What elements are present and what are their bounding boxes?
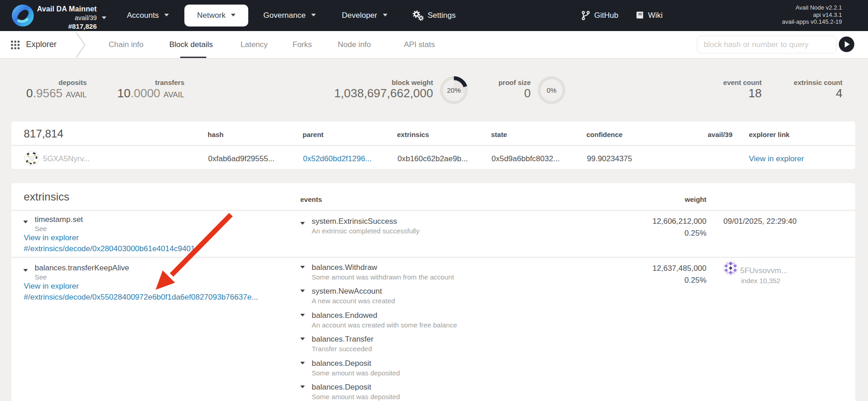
- chevron-down-icon: [164, 14, 169, 16]
- signer-identicon[interactable]: [723, 261, 738, 277]
- block-author-address[interactable]: 5GXA5Nyrv...: [43, 154, 90, 164]
- block-weight-donut: 20%: [440, 76, 468, 104]
- stat-proof-size: proof size 0: [498, 79, 531, 99]
- tab-forks[interactable]: Forks: [293, 40, 312, 49]
- topbar: Avail DA Mainnet avail/39 #817,826 Accou…: [0, 0, 868, 31]
- column-header-weight: weight: [615, 195, 706, 203]
- block-summary-card: 817,814 hash parent extrinsics state con…: [11, 121, 855, 169]
- extrinsic-see[interactable]: See: [35, 225, 47, 232]
- tab-block-details[interactable]: Block details: [169, 40, 213, 49]
- confidence-value: 99.90234375: [587, 154, 632, 164]
- event-name: system.ExtrinsicSuccess: [312, 217, 397, 226]
- tab-latency[interactable]: Latency: [241, 40, 268, 49]
- expand-extrinsic-caret[interactable]: [23, 221, 28, 223]
- book-icon: [636, 11, 644, 21]
- event-item: system.NewAccount A new account was crea…: [300, 286, 457, 310]
- column-header-state: state: [491, 131, 507, 138]
- avail-logo[interactable]: [11, 4, 34, 27]
- column-header-extrinsics: extrinsics: [397, 131, 429, 138]
- expand-event-caret[interactable]: [300, 290, 305, 292]
- event-name: balances.Transfer: [312, 334, 457, 344]
- expand-event-caret[interactable]: [300, 314, 305, 317]
- event-name: balances.Endowed: [312, 311, 457, 320]
- api-version: api v14.3.1: [782, 11, 842, 19]
- chain-selector[interactable]: Avail DA Mainnet avail/39 #817,826: [32, 5, 97, 30]
- view-in-explorer-link[interactable]: View in explorer: [24, 233, 79, 243]
- parent-hash-link[interactable]: 0x52d60bd2f1296...: [303, 154, 371, 164]
- play-icon: [845, 41, 850, 47]
- expand-event-caret[interactable]: [300, 338, 305, 340]
- event-item: balances.Deposit Some amount was deposit…: [300, 382, 457, 401]
- stat-transfers: transfers 10.0000 AVAIL: [117, 79, 184, 101]
- extrinsic-decode-link[interactable]: #/extrinsics/decode/0x55028400972e6b0f1d…: [24, 293, 258, 302]
- block-hash: 0xfab6ad9f29555...: [208, 154, 275, 164]
- expand-event-caret[interactable]: [300, 266, 305, 269]
- chevron-down-icon: [383, 14, 387, 16]
- event-description: Transfer succeeded: [312, 344, 457, 353]
- block-search-input[interactable]: [697, 36, 837, 53]
- tab-chain-info[interactable]: Chain info: [109, 40, 144, 49]
- expand-event-caret[interactable]: [300, 385, 305, 388]
- search-submit-button[interactable]: [839, 37, 854, 52]
- column-header-avail: avail/39: [678, 131, 732, 138]
- event-name: system.NewAccount: [312, 286, 457, 296]
- nav-developer[interactable]: Developer: [342, 0, 387, 31]
- tab-api-stats[interactable]: API stats: [404, 40, 435, 49]
- block-number-title: 817,814: [24, 127, 63, 140]
- event-name: balances.Deposit: [312, 382, 457, 392]
- event-name: balances.Withdraw: [312, 263, 457, 272]
- stat-extrinsic-count: extrinsic count 4: [794, 79, 842, 99]
- avail-logo-icon: [11, 4, 34, 27]
- stat-block-weight: block weight 1,038,697,662,000: [334, 79, 433, 99]
- expand-event-caret[interactable]: [300, 222, 305, 225]
- nav-network[interactable]: Network: [184, 5, 248, 26]
- event-name: balances.Deposit: [312, 359, 457, 368]
- expand-extrinsic-caret[interactable]: [23, 269, 28, 272]
- extrinsic-method: timestamp.set: [35, 215, 83, 224]
- event-description: Some amount was deposited: [312, 369, 457, 377]
- github-link[interactable]: GitHub: [581, 0, 618, 31]
- extrinsic-weight: 12,606,212,000 0.25%: [615, 216, 706, 239]
- column-header-events: events: [300, 195, 322, 203]
- divider: [11, 145, 855, 146]
- git-branch-icon: [581, 11, 590, 21]
- chain-name: Avail DA Mainnet: [32, 5, 97, 13]
- section-title: Explorer: [26, 40, 57, 49]
- extrinsic-method: balances.transferKeepAlive: [35, 264, 129, 273]
- extrinsic-decode-link[interactable]: #/extrinsics/decode/0x280403000b61e4014c…: [24, 244, 195, 253]
- nav-accounts[interactable]: Accounts: [127, 0, 169, 31]
- event-item: balances.Endowed An account was created …: [300, 311, 457, 334]
- event-description: Some amount was deposited: [312, 392, 457, 401]
- view-in-explorer-link[interactable]: View in explorer: [749, 154, 804, 164]
- signer-address[interactable]: 5FUvsovvm...: [740, 266, 788, 275]
- stat-event-count: event count 18: [723, 79, 762, 99]
- block-author-identicon[interactable]: [24, 151, 39, 168]
- apps-grid-icon[interactable]: [11, 41, 20, 51]
- event-description: An extrinsic completed successfully: [312, 227, 419, 235]
- active-tab-underline: [180, 57, 206, 58]
- apps-version: avail-apps v0.145.2-19: [782, 18, 842, 26]
- expand-event-caret[interactable]: [300, 362, 305, 364]
- wiki-link[interactable]: Wiki: [636, 0, 663, 31]
- extrinsic-weight: 12,637,485,000 0.25%: [615, 263, 706, 286]
- chevron-down-icon: [311, 14, 316, 16]
- extrinsic-see[interactable]: See: [35, 273, 47, 281]
- divider: [11, 257, 855, 258]
- event-description: Some amount was withdrawn from the accou…: [312, 273, 457, 281]
- column-header-parent: parent: [303, 131, 324, 138]
- nav-governance[interactable]: Governance: [263, 0, 316, 31]
- event-description: An account was created with some free ba…: [312, 321, 457, 329]
- tab-node-info[interactable]: Node info: [338, 40, 371, 49]
- chain-network: avail/39: [32, 14, 97, 21]
- page: Avail DA Mainnet avail/39 #817,826 Accou…: [0, 0, 868, 401]
- chevron-down-icon: [102, 16, 106, 19]
- breadcrumb-separator: [76, 32, 86, 60]
- column-header-explorer-link: explorer link: [749, 131, 790, 138]
- nav-settings[interactable]: Settings: [412, 0, 455, 31]
- column-header-confidence: confidence: [586, 131, 622, 138]
- tabs-bar: Explorer Chain info Block details Latenc…: [0, 31, 868, 58]
- node-version: Avail Node v2.2.1: [782, 4, 842, 11]
- column-header-hash: hash: [208, 131, 224, 138]
- view-in-explorer-link[interactable]: View in explorer: [24, 282, 79, 291]
- extrinsic-timestamp: 09/01/2025, 22:29:40: [723, 217, 797, 226]
